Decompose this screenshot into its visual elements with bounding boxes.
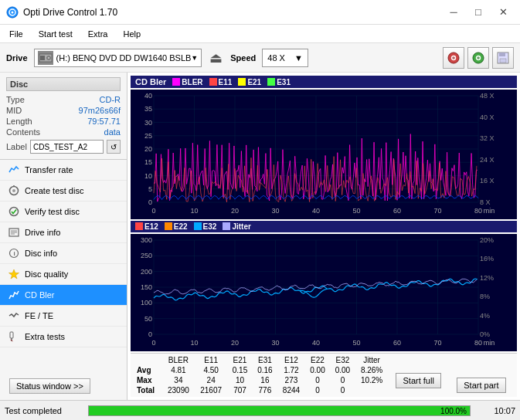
disc-contents-row: Contents data <box>6 127 121 137</box>
disc-btn[interactable] <box>443 47 464 69</box>
nav-transfer-rate[interactable]: Transfer rate <box>0 160 127 181</box>
progress-bar-fill <box>89 406 470 415</box>
progress-text: 100.0% <box>440 406 467 417</box>
green-disc-btn[interactable] <box>467 47 489 69</box>
disc-info-icon: i <box>8 247 20 259</box>
stats-header-e11: E11 <box>195 355 227 365</box>
stats-header-e12: E12 <box>277 355 305 365</box>
stats-max-jitter: 10.2% <box>355 375 389 385</box>
app-icon <box>6 6 19 19</box>
status-window-btn[interactable]: Status window >> <box>9 378 90 394</box>
disc-mid-label: MID <box>6 106 22 115</box>
svg-point-12 <box>478 57 479 59</box>
sidebar: Disc Type CD-R MID 97m26s66f Length 79:5… <box>0 73 127 400</box>
close-button[interactable]: ✕ <box>492 4 514 21</box>
status-time: 10:07 <box>477 406 515 415</box>
speed-value: 48 X <box>267 53 285 63</box>
stats-total-label: Total <box>134 385 162 395</box>
bottom-chart-wrapper <box>131 234 517 351</box>
stats-avg-e22: 0.00 <box>305 365 330 375</box>
speed-selector[interactable]: 48 X ▼ <box>262 49 308 67</box>
stats-max-e12: 273 <box>277 375 305 385</box>
e21-label: E21 <box>247 78 261 86</box>
e11-label: E11 <box>219 78 233 86</box>
stats-total-bler: 23090 <box>162 385 195 395</box>
chart-container: CD Bler BLER E11 E21 E31 <box>127 73 520 400</box>
drive-icon <box>38 51 53 65</box>
stats-header-e22: E22 <box>305 355 330 365</box>
menu-start-test[interactable]: Start test <box>32 28 79 40</box>
disc-label-label: Label <box>6 142 27 151</box>
nav-verify-test-disc[interactable]: Verify test disc <box>0 202 127 222</box>
menu-extra[interactable]: Extra <box>82 28 114 40</box>
bottom-chart-title-bar: E12 E22 E32 Jitter <box>131 221 517 232</box>
nav-disc-info[interactable]: i Disc info <box>0 243 127 264</box>
nav-fe-te-label: FE / TE <box>25 311 53 320</box>
start-part-btn[interactable]: Start part <box>457 378 505 393</box>
stats-max-e21: 10 <box>227 375 252 385</box>
legend-bler: BLER <box>172 78 202 86</box>
nav-drive-info[interactable]: Drive info <box>0 222 127 243</box>
top-chart-title: CD Bler <box>135 77 166 86</box>
disc-mid-row: MID 97m26s66f <box>6 105 121 116</box>
stats-total-e31: 776 <box>253 385 277 395</box>
legend-e31: E31 <box>267 78 291 86</box>
stats-avg-jitter: 8.26% <box>355 365 389 375</box>
menu-file[interactable]: File <box>3 28 29 40</box>
nav-create-test-disc[interactable]: Create test disc <box>0 181 127 202</box>
title-bar-left: Opti Drive Control 1.70 <box>6 6 117 19</box>
stats-max-label: Max <box>134 375 162 385</box>
label-refresh-btn[interactable]: ↺ <box>107 140 121 154</box>
eject-icon[interactable]: ⏏ <box>209 49 223 66</box>
svg-point-6 <box>48 57 49 59</box>
nav-cd-bler[interactable]: CD Bler <box>0 285 127 306</box>
verify-test-disc-icon <box>8 205 20 218</box>
disc-label-input[interactable] <box>30 140 104 154</box>
svg-point-17 <box>12 189 15 192</box>
nav-disc-quality[interactable]: Disc quality <box>0 264 127 285</box>
nav-disc-info-label: Disc info <box>25 249 57 258</box>
start-full-btn[interactable]: Start full <box>396 373 440 388</box>
disc-mid-value: 97m26s66f <box>79 106 121 115</box>
stats-total-e12: 8244 <box>277 385 305 395</box>
maximize-button[interactable]: □ <box>467 4 489 21</box>
disc-section-title: Disc <box>6 77 121 91</box>
save-btn[interactable] <box>492 47 514 69</box>
disc-section: Disc Type CD-R MID 97m26s66f Length 79:5… <box>0 73 127 160</box>
menu-help[interactable]: Help <box>117 28 147 40</box>
stats-avg-e31: 0.16 <box>253 365 277 375</box>
nav-create-test-disc-label: Create test disc <box>25 186 83 195</box>
stats-total-e21: 707 <box>227 385 252 395</box>
disc-label-row: Label ↺ <box>6 139 121 154</box>
legend-e11: E11 <box>209 78 233 86</box>
fe-te-icon <box>8 310 20 322</box>
legend-e32: E32 <box>194 222 217 231</box>
create-test-disc-icon <box>8 185 20 197</box>
stats-area: BLER E11 E21 E31 E12 E22 E32 Jitter <box>131 353 517 397</box>
stats-max-e31: 16 <box>253 375 277 385</box>
stats-header-row: BLER E11 E21 E31 E12 E22 E32 Jitter <box>134 355 514 365</box>
stats-total-e32: 0 <box>330 385 355 395</box>
menu-bar: File Start test Extra Help <box>0 25 520 43</box>
start-part-cell: Start part <box>449 375 514 395</box>
stats-avg-bler: 4.81 <box>162 365 195 375</box>
minimize-button[interactable]: ─ <box>443 4 464 21</box>
e22-label: E22 <box>174 222 188 231</box>
stats-table: BLER E11 E21 E31 E12 E22 E32 Jitter <box>134 355 514 395</box>
nav-fe-te[interactable]: FE / TE <box>0 306 127 327</box>
drive-dropdown-arrow: ▼ <box>191 54 198 62</box>
progress-bar: 100.0% <box>88 405 471 416</box>
drive-selector[interactable]: (H:) BENQ DVD DD DW1640 BSLB ▼ <box>34 49 202 67</box>
transfer-rate-icon <box>8 164 20 176</box>
speed-dropdown-arrow: ▼ <box>294 53 303 63</box>
drive-label: Drive <box>6 53 28 63</box>
main-layout: Disc Type CD-R MID 97m26s66f Length 79:5… <box>0 73 520 400</box>
e21-color <box>238 78 246 86</box>
nav-extra-tests[interactable]: Extra tests <box>0 327 127 347</box>
e31-color <box>267 78 275 86</box>
disc-type-label: Type <box>6 95 25 104</box>
stats-max-bler: 34 <box>162 375 195 385</box>
window-controls: ─ □ ✕ <box>443 4 514 21</box>
nav-verify-test-disc-label: Verify test disc <box>25 207 80 216</box>
svg-point-2 <box>12 11 14 13</box>
